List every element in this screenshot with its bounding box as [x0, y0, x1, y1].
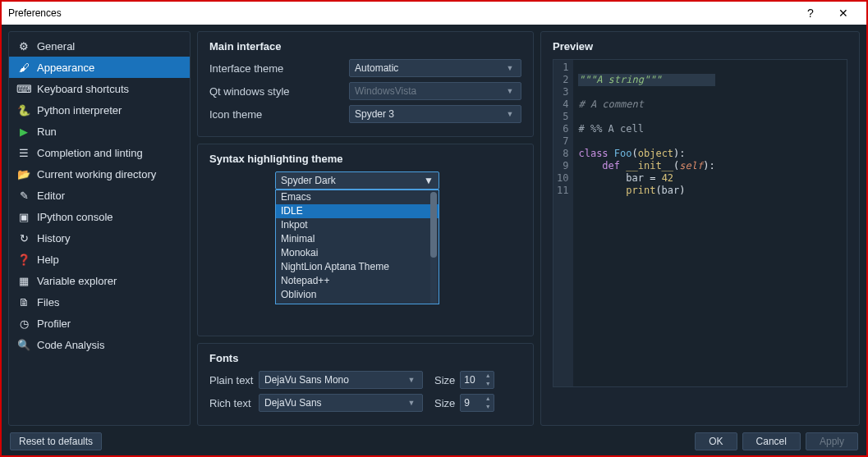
preview-title: Preview	[553, 40, 847, 53]
code-body: """A string""" # A comment # %% A cell c…	[573, 60, 719, 386]
titlebar: Preferences ? ✕	[2, 2, 866, 25]
dropdown-option[interactable]: Emacs	[276, 190, 439, 204]
sidebar-item-ipython-console[interactable]: ▣IPython console	[9, 206, 190, 227]
chevron-down-icon: ▼	[406, 376, 417, 384]
sidebar-item-history[interactable]: ↻History	[9, 227, 190, 249]
sidebar-item-completion-linting[interactable]: ☰Completion and linting	[9, 142, 190, 163]
preview-panel: Preview 1234567891011 """A string""" # A…	[540, 31, 860, 426]
dropdown-option[interactable]: Obsidian	[276, 302, 439, 304]
dropdown-option[interactable]: NightLion Aptana Theme	[276, 260, 439, 274]
footer: Reset to defaults OK Cancel Apply	[10, 432, 858, 450]
apply-button[interactable]: Apply	[806, 432, 858, 450]
folder-icon: 📂	[17, 167, 30, 181]
syntax-theme-dropdown[interactable]: Emacs IDLE Inkpot Minimal Monokai NightL…	[275, 190, 439, 304]
help-button[interactable]: ?	[794, 7, 827, 20]
rich-text-size-label: Size	[434, 397, 455, 409]
sidebar-item-cwd[interactable]: 📂Current working directory	[9, 163, 190, 185]
reset-defaults-button[interactable]: Reset to defaults	[10, 432, 102, 450]
qt-style-select: WindowsVista▼	[349, 82, 521, 100]
sidebar-item-general[interactable]: ⚙General	[9, 35, 190, 57]
plain-text-size-spin[interactable]: 10▲▼	[460, 371, 494, 389]
interface-theme-select[interactable]: Automatic▼	[349, 59, 521, 77]
gear-icon: ⚙	[17, 39, 30, 53]
sidebar-item-run[interactable]: ▶Run	[9, 121, 190, 142]
syntax-title: Syntax highlighting theme	[209, 153, 521, 165]
spin-up-icon[interactable]: ▲	[483, 372, 493, 380]
dropdown-option[interactable]: Oblivion	[276, 288, 439, 302]
dropdown-option[interactable]: Monokai	[276, 246, 439, 260]
grid-icon: ▦	[17, 274, 30, 287]
chevron-down-icon: ▼	[504, 64, 516, 72]
cancel-button[interactable]: Cancel	[742, 432, 801, 450]
files-icon: 🗎	[17, 295, 30, 308]
rich-text-label: Rich text	[209, 397, 259, 409]
sidebar-item-profiler[interactable]: ◷Profiler	[9, 313, 190, 334]
spin-down-icon[interactable]: ▼	[483, 403, 493, 411]
clock-icon: ◷	[17, 317, 30, 330]
main-interface-title: Main interface	[209, 40, 521, 53]
help-icon: ❓	[17, 253, 30, 266]
plain-text-size-label: Size	[434, 374, 455, 386]
fonts-title: Fonts	[209, 352, 521, 364]
qt-style-label: Qt windows style	[209, 85, 349, 98]
console-icon: ▣	[17, 210, 30, 223]
sidebar-item-editor[interactable]: ✎Editor	[9, 185, 190, 206]
spin-down-icon[interactable]: ▼	[483, 380, 493, 388]
rich-text-font-select[interactable]: DejaVu Sans▼	[259, 394, 423, 412]
sidebar: ⚙General 🖌Appearance ⌨Keyboard shortcuts…	[8, 31, 191, 426]
ok-button[interactable]: OK	[695, 432, 737, 450]
chevron-down-icon: ▼	[406, 399, 417, 407]
sidebar-item-variable-explorer[interactable]: ▦Variable explorer	[9, 270, 190, 291]
sidebar-item-appearance[interactable]: 🖌Appearance	[9, 57, 190, 78]
code-preview: 1234567891011 """A string""" # A comment…	[553, 59, 847, 387]
close-button[interactable]: ✕	[827, 7, 860, 20]
edit-icon: ✎	[17, 189, 30, 202]
dropdown-option[interactable]: IDLE	[276, 204, 439, 218]
sidebar-item-help[interactable]: ❓Help	[9, 249, 190, 270]
plain-text-label: Plain text	[209, 374, 259, 386]
rich-text-size-spin[interactable]: 9▲▼	[460, 394, 494, 412]
list-icon: ☰	[17, 146, 30, 159]
chevron-down-icon: ▼	[504, 110, 516, 118]
sidebar-item-code-analysis[interactable]: 🔍Code Analysis	[9, 334, 190, 355]
plain-text-font-select[interactable]: DejaVu Sans Mono▼	[259, 371, 423, 389]
sidebar-item-keyboard-shortcuts[interactable]: ⌨Keyboard shortcuts	[9, 78, 190, 99]
line-gutter: 1234567891011	[553, 60, 573, 386]
syntax-panel: Syntax highlighting theme Spyder Dark ▼ …	[197, 144, 534, 336]
icon-theme-select[interactable]: Spyder 3▼	[349, 105, 521, 123]
sidebar-item-python-interpreter[interactable]: 🐍Python interpreter	[9, 99, 190, 121]
spin-up-icon[interactable]: ▲	[483, 395, 493, 403]
chevron-down-icon: ▼	[424, 175, 434, 186]
sidebar-item-files[interactable]: 🗎Files	[9, 291, 190, 313]
chevron-down-icon: ▼	[504, 87, 516, 95]
dropdown-option[interactable]: Minimal	[276, 232, 439, 246]
main-interface-panel: Main interface Interface theme Automatic…	[197, 31, 534, 137]
icon-theme-label: Icon theme	[209, 108, 349, 121]
keyboard-icon: ⌨	[17, 82, 30, 95]
fonts-panel: Fonts Plain text DejaVu Sans Mono▼ Size …	[197, 343, 534, 426]
syntax-theme-select[interactable]: Spyder Dark ▼	[275, 171, 439, 190]
dropdown-option[interactable]: Notepad++	[276, 274, 439, 288]
dropdown-option[interactable]: Inkpot	[276, 218, 439, 232]
interface-theme-label: Interface theme	[209, 62, 349, 75]
window-title: Preferences	[8, 7, 62, 19]
play-icon: ▶	[17, 125, 30, 138]
python-icon: 🐍	[17, 103, 30, 117]
history-icon: ↻	[17, 231, 30, 244]
dropdown-scrollthumb[interactable]	[430, 192, 437, 258]
brush-icon: 🖌	[17, 61, 30, 74]
search-icon: 🔍	[17, 338, 30, 351]
